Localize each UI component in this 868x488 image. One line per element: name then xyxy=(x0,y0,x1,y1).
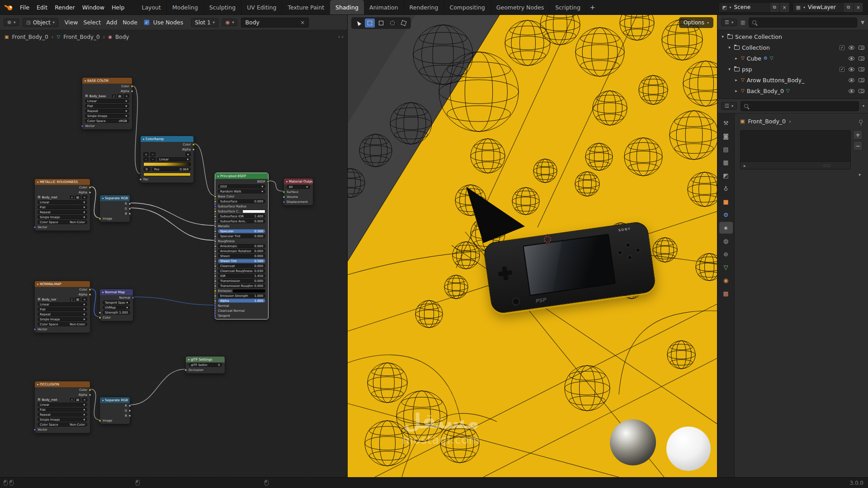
node-row-anisotropic[interactable]: Anisotropic0.000 xyxy=(215,244,268,249)
eye-icon[interactable] xyxy=(849,67,854,71)
filter-icon[interactable]: ▼ xyxy=(861,20,864,25)
node-field[interactable]: Subsurface Anis..0.000 xyxy=(218,219,265,223)
node-row-cswatch[interactable] xyxy=(141,172,193,177)
slot-dropdown[interactable]: Slot 1 ▾ xyxy=(191,18,218,27)
node-row-metallic[interactable]: Metallic xyxy=(215,224,268,229)
node-row-anisotropic-rotation[interactable]: Anisotropic Rotation0.000 xyxy=(215,249,268,253)
menu-help[interactable]: Help xyxy=(108,3,128,12)
node-socket[interactable] xyxy=(128,404,131,407)
workspace-tab-layout[interactable]: Layout xyxy=(136,0,167,14)
properties-tab-constraints[interactable]: ⊚ xyxy=(719,248,733,260)
menu-render[interactable]: Render xyxy=(51,3,79,12)
node-field[interactable]: Repeat▾ xyxy=(38,312,87,316)
outliner-row-collection[interactable]: ▾Collection✓ xyxy=(717,42,868,53)
node-socket[interactable] xyxy=(89,191,91,194)
node-row-repeat[interactable]: Repeat▾ xyxy=(82,108,132,113)
node-field[interactable]: Flat▾ xyxy=(38,307,87,311)
node-row-tangent-space[interactable]: Tangent Space▾ xyxy=(100,300,133,305)
node-row-b[interactable]: B xyxy=(100,413,130,418)
node-field[interactable]: GGX▾ xyxy=(218,184,265,188)
viewlayer-selector[interactable]: ▦ ▾ ViewLayer ⧉× xyxy=(793,2,863,13)
node-row-emission[interactable]: Emission xyxy=(215,288,268,293)
checkbox-icon[interactable]: ✓ xyxy=(840,67,844,72)
image-name[interactable]: Body_nor xyxy=(42,298,69,301)
node-header[interactable]: ▾BASE COLOR xyxy=(82,78,132,84)
node-row-linear[interactable]: Linear▾ xyxy=(35,200,90,205)
expander-icon[interactable]: ▸ xyxy=(734,78,739,82)
workspace-tab-uv-editing[interactable]: UV Editing xyxy=(241,0,282,14)
node-row-flat[interactable]: Flat▾ xyxy=(35,407,90,412)
node-field[interactable]: Specular0.500 xyxy=(218,229,265,233)
node-field[interactable]: Single Image▾ xyxy=(85,114,129,118)
node-row-image[interactable]: Image xyxy=(100,418,130,423)
collapse-icon[interactable]: ▾ xyxy=(217,174,219,178)
node-row-g[interactable]: G xyxy=(100,408,130,413)
node-field[interactable]: Single Image▾ xyxy=(38,215,87,219)
expander-icon[interactable]: ▾ xyxy=(720,34,725,39)
blender-logo-icon[interactable] xyxy=(5,4,14,11)
node-principled-bsdf[interactable]: ▾Principled BSDFBSDFGGX▾Random Walk▾Base… xyxy=(215,173,269,319)
node-socket[interactable] xyxy=(267,180,269,183)
material-browse-dropdown[interactable]: ◉ ▾ xyxy=(222,19,238,26)
chevron-down-icon[interactable]: ▾ xyxy=(863,104,864,108)
node-field[interactable]: glTF Settin3 xyxy=(189,363,222,367)
node-socket[interactable] xyxy=(214,260,217,263)
node-socket[interactable] xyxy=(214,300,217,302)
node-row-roughness[interactable]: Roughness xyxy=(215,239,268,244)
node-row-alpha[interactable]: Alpha xyxy=(141,147,193,152)
unlink-image-icon[interactable]: × xyxy=(82,398,87,402)
collapse-icon[interactable]: ▾ xyxy=(102,197,104,200)
node-row-flat[interactable]: Flat▾ xyxy=(82,103,132,108)
image-name[interactable]: Body_base xyxy=(90,94,111,98)
properties-editor-dropdown[interactable]: ☲ ▾ xyxy=(721,102,737,110)
node-base-color[interactable]: ▾BASE COLORColorAlpha▦Body_base2▤×Linear… xyxy=(82,77,132,130)
workspace-tab-rendering[interactable]: Rendering xyxy=(404,0,444,14)
node-header[interactable]: ▾glTF Settings xyxy=(186,357,225,362)
list-expand-icon[interactable]: ▸ xyxy=(744,163,746,168)
node-row-r[interactable]: R xyxy=(100,201,130,206)
node-field[interactable]: Tangent Space▾ xyxy=(103,300,130,305)
node-socket[interactable] xyxy=(214,310,217,312)
shader-mode-dropdown[interactable]: ◳ Object ▾ xyxy=(23,18,58,27)
node-row-occlusion[interactable]: Occlusion xyxy=(186,367,225,372)
outliner-search-input[interactable] xyxy=(759,19,854,26)
node-socket[interactable] xyxy=(214,200,217,203)
node-socket[interactable] xyxy=(131,90,133,93)
node-row-b[interactable]: B xyxy=(100,211,130,216)
properties-tab-object[interactable]: ■ xyxy=(719,196,733,207)
collapse-icon[interactable]: ▾ xyxy=(85,79,86,82)
node-socket[interactable] xyxy=(214,285,217,287)
node-socket[interactable] xyxy=(214,255,217,258)
node-row-uvmap[interactable]: UVMap▾ xyxy=(100,305,133,310)
checkbox-icon[interactable]: ✓ xyxy=(840,45,844,50)
node-row-volume[interactable]: Volume xyxy=(284,194,313,199)
node-field[interactable]: Repeat▾ xyxy=(85,109,129,113)
node-header[interactable]: ▾Principled BSDF xyxy=(215,173,268,179)
node-separate-rgb[interactable]: ▾Separate RGBRGBImage xyxy=(99,397,130,424)
node-socket[interactable] xyxy=(192,143,195,146)
collapse-icon[interactable]: ▾ xyxy=(102,291,104,294)
node-row-alpha[interactable]: Alpha1.000 xyxy=(215,298,268,303)
node-row-color-space[interactable]: Color SpaceNon-Color xyxy=(35,422,90,427)
node-field[interactable]: Single Image▾ xyxy=(38,418,87,422)
menu-file[interactable]: File xyxy=(16,3,33,12)
workspace-tab-geometry-nodes[interactable]: Geometry Nodes xyxy=(491,0,550,14)
outliner-row-scene-collection[interactable]: ▾Scene Collection xyxy=(717,31,868,42)
node-row-specular[interactable]: Specular0.500 xyxy=(215,229,268,234)
menu-add[interactable]: Add xyxy=(104,18,120,27)
node-socket[interactable] xyxy=(128,409,131,412)
node-socket[interactable] xyxy=(99,316,101,319)
browse-image-icon[interactable]: ▤ xyxy=(75,398,80,402)
node-row-alpha[interactable]: Alpha xyxy=(35,292,90,297)
node-socket[interactable] xyxy=(128,207,131,210)
node-row-repeat[interactable]: Repeat▾ xyxy=(35,210,90,215)
node-header[interactable]: ▾Normal Map xyxy=(100,289,133,295)
select-tweak-button[interactable] xyxy=(376,19,386,28)
node-socket[interactable] xyxy=(192,148,195,151)
color-swatch[interactable] xyxy=(242,210,265,213)
unlink-image-icon[interactable]: × xyxy=(82,297,87,301)
node-row-linear[interactable]: ‹›Linear▾ xyxy=(141,157,193,162)
use-nodes-checkbox[interactable]: ✓ xyxy=(144,19,150,25)
node-field[interactable]: Linear▾ xyxy=(38,200,87,204)
browse-image-icon[interactable]: ▤ xyxy=(75,195,80,199)
